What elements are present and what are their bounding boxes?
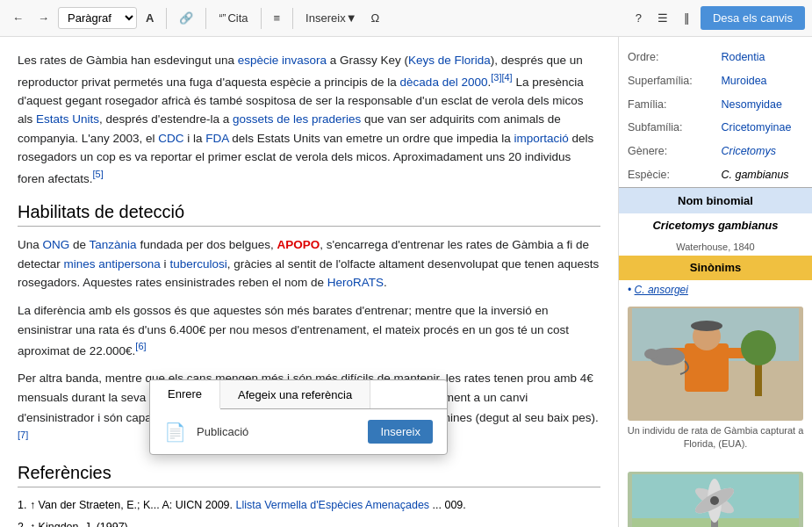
sidebar-image-1-svg: [632, 308, 799, 418]
sidebar-label-familia: Família:: [619, 93, 712, 117]
link-mines[interactable]: mines antipersona: [64, 257, 161, 271]
sidebar-author: Waterhouse, 1840: [619, 238, 812, 256]
ref-item-2: 2. ↑ Kingdon, J. (1997).: [18, 518, 600, 527]
cite-button[interactable]: “” Cita: [213, 8, 253, 28]
section1-p2: La diferència amb els gossos és que aque…: [18, 301, 600, 360]
svg-point-8: [644, 349, 658, 359]
sidebar-synonyms-header: Sinònims: [619, 256, 812, 280]
link-ong[interactable]: ONG: [43, 238, 70, 251]
sidebar-image-section-1: Un individu de rata de Gàmbia capturat a…: [619, 300, 812, 458]
sidebar-value-especie: C. gambianus: [712, 163, 812, 187]
menu-button[interactable]: ☰: [652, 8, 673, 28]
link-herorats[interactable]: HeroRATS: [327, 276, 384, 289]
sidebar-image-2: [628, 472, 803, 527]
popup-tab-add-ref[interactable]: Afegeix una referència: [220, 380, 370, 408]
ref-item-1: 1. ↑ Van der Straeten, E.; K... A: UICN …: [18, 496, 600, 515]
sidebar-species-name-row: Cricetomys gambianus: [619, 213, 812, 238]
link-tanzania[interactable]: Tanzània: [90, 238, 137, 251]
publication-icon: 📄: [164, 422, 186, 443]
link-apopo[interactable]: APOPO: [277, 238, 320, 251]
back-button[interactable]: ←: [7, 8, 29, 28]
forward-button[interactable]: →: [32, 8, 54, 28]
ref-link-1[interactable]: Llista Vermella d'Espècies Amenaçades: [236, 499, 430, 511]
sidebar-label-superfamilia: Superfamília:: [619, 69, 712, 93]
toolbar: ← → Paràgraf A 🔗 “” Cita ≡ Insereix ▼ Ω …: [0, 0, 812, 37]
popup-tab-back[interactable]: Enrere: [150, 380, 220, 409]
sidebar-author-row: Waterhouse, 1840: [619, 238, 812, 256]
list-button[interactable]: ≡: [269, 8, 286, 28]
ref-3-4[interactable]: [3][4]: [491, 72, 512, 83]
format-button[interactable]: A: [140, 8, 159, 28]
sidebar-link-subfamilia[interactable]: Cricetomyinae: [721, 121, 791, 134]
svg-point-18: [710, 496, 719, 505]
section1-title: Habilitats de detecció: [18, 202, 600, 227]
sidebar-link-genere[interactable]: Cricetomys: [721, 145, 776, 157]
popup-publication-label: Publicació: [197, 425, 357, 438]
sidebar-image-1: [628, 307, 803, 421]
sidebar-row-subfamilia: Subfamília: Cricetomyinae: [619, 116, 812, 140]
separator-2: [205, 8, 206, 29]
link-especie-invasora[interactable]: espècie invasora: [238, 54, 327, 67]
sidebar-row-familia: Família: Nesomyidae: [619, 93, 812, 117]
insert-button[interactable]: Insereix ▼: [300, 8, 362, 28]
sidebar-value-superfamilia: Muroidea: [712, 69, 812, 93]
sidebar-label-ordre: Ordre:: [619, 46, 712, 69]
sidebar-value-subfamilia: Cricetomyinae: [712, 116, 812, 140]
sidebar-row-superfamilia: Superfamília: Muroidea: [619, 69, 812, 93]
save-button[interactable]: Desa els canvis: [701, 6, 805, 30]
omega-button[interactable]: Ω: [366, 8, 385, 28]
sidebar-image-1-caption: Un individu de rata de Gàmbia capturat a…: [626, 424, 805, 451]
sidebar-link-superfamilia[interactable]: Muroidea: [721, 75, 766, 87]
toolbar-right: ? ☰ ‖ Desa els canvis: [630, 6, 805, 30]
sidebar-table: Ordre: Rodentia Superfamília: Muroidea F…: [619, 46, 812, 300]
section1-p1: Una ONG de Tanzània fundada per dos belg…: [18, 235, 600, 292]
ref-6[interactable]: [6]: [135, 341, 146, 351]
sidebar-label-especie: Espècie:: [619, 163, 712, 187]
sidebar-row-ordre: Ordre: Rodentia: [619, 46, 812, 69]
sidebar-value-genere: Cricetomys: [712, 140, 812, 163]
sidebar-species-name: Cricetomys gambianus: [619, 213, 812, 238]
popup-box: Enrere Afegeix una referència 📄 Publicac…: [149, 379, 448, 455]
help-button[interactable]: ?: [630, 8, 647, 28]
sidebar-value-familia: Nesomyidae: [712, 93, 812, 117]
paragraph-select[interactable]: Paràgraf: [58, 7, 137, 29]
content-area: Les rates de Gàmbia han esdevingut una e…: [0, 37, 619, 527]
svg-point-10: [741, 330, 776, 365]
collapse-button[interactable]: ‖: [679, 8, 695, 28]
sidebar-synonym-1-text: • C. ansorgei: [619, 280, 812, 300]
link-cdc[interactable]: CDC: [158, 132, 183, 145]
popup-tabs: Enrere Afegeix una referència: [150, 380, 447, 409]
sidebar-synonym-1: • C. ansorgei: [619, 280, 812, 300]
sidebar-nom-binomial-header-row: Nom binomial: [619, 187, 812, 213]
sidebar-link-familia[interactable]: Nesomyidae: [721, 98, 781, 111]
sidebar-synonym-link-1[interactable]: C. ansorgei: [635, 284, 688, 296]
ref-5[interactable]: [5]: [93, 169, 104, 179]
sidebar-row-genere: Gènere: Cricetomys: [619, 140, 812, 163]
link-keys-florida[interactable]: Keys de Florida: [408, 54, 491, 67]
link-estats-units[interactable]: Estats Units: [36, 112, 99, 126]
sidebar-label-genere: Gènere:: [619, 140, 712, 163]
sidebar-image-2-svg: [632, 474, 799, 527]
references-list: 1. ↑ Van der Straeten, E.; K... A: UICN …: [18, 496, 600, 527]
section2-title: Referències: [18, 463, 600, 487]
sidebar-label-subfamilia: Subfamília:: [619, 116, 712, 140]
ref-7[interactable]: [7]: [18, 430, 28, 440]
sidebar-value-ordre: Rodentia: [712, 46, 812, 69]
sidebar-row-especie: Espècie: C. gambianus: [619, 163, 812, 187]
sidebar: Ordre: Rodentia Superfamília: Muroidea F…: [619, 37, 812, 527]
separator-4: [292, 8, 293, 29]
sidebar-image-section-2: [619, 458, 812, 527]
link-decada[interactable]: dècada del 2000: [400, 75, 488, 88]
popup-insert-button[interactable]: Insereix: [368, 420, 433, 444]
link-gossets[interactable]: gossets de les praderies: [233, 112, 361, 126]
link-importacio[interactable]: importació: [514, 132, 568, 145]
sidebar-synonyms-header-row: Sinònims: [619, 256, 812, 280]
separator-3: [261, 8, 262, 29]
link-fda[interactable]: FDA: [205, 132, 228, 145]
popup-body: 📄 Publicació Insereix: [150, 409, 447, 454]
sidebar-link-ordre[interactable]: Rodentia: [721, 51, 765, 63]
link-button[interactable]: 🔗: [174, 8, 198, 28]
sidebar-nom-binomial-header: Nom binomial: [619, 187, 812, 213]
link-tuberculosi[interactable]: tuberculosi: [169, 257, 226, 271]
separator-1: [166, 8, 167, 29]
